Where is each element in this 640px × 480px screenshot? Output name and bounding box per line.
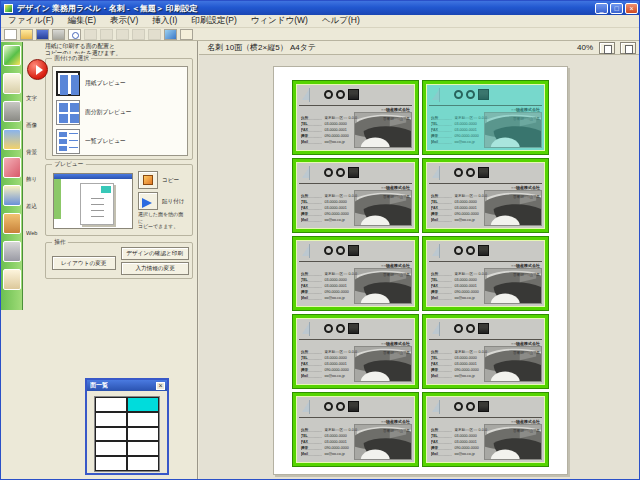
copy-icon — [100, 29, 113, 40]
preview-thumbnail — [53, 173, 133, 229]
card-face: ○○物産株式会社 営業部 ○山 ○男 住所東京都○○区○○ 0-0-0 TEL0… — [296, 240, 415, 307]
company-logo — [454, 245, 489, 256]
ring-icon — [324, 168, 333, 177]
company-name: ○○物産株式会社 — [510, 264, 540, 268]
close-button[interactable]: × — [625, 3, 638, 14]
menu-item-5[interactable]: 印刷設定(P) — [184, 15, 243, 27]
actions-group: 操作 レイアウトの変更 デザインの確認と印刷 入力情報の変更 — [45, 242, 193, 279]
rail-menu-item-4[interactable]: 飾り — [26, 177, 50, 183]
face-grid-cell-selected[interactable] — [127, 397, 159, 412]
background-tile-icon[interactable] — [3, 241, 21, 262]
face-grid[interactable] — [94, 396, 160, 472]
face-list-titlebar[interactable]: 面一覧 × — [87, 380, 167, 391]
rail-menu-item-3[interactable]: 背景 — [26, 150, 50, 156]
menu-item-6[interactable]: ウィンドウ(W) — [244, 15, 315, 27]
rail-menu-item-6[interactable]: Web — [26, 231, 50, 237]
business-card[interactable]: ○○物産株式会社 営業部 ○山 ○男 住所東京都○○区○○ 0-0-0 TEL0… — [292, 158, 419, 233]
insert-frame-icon[interactable] — [164, 29, 177, 40]
menu-item-2[interactable]: 編集(E) — [61, 15, 103, 27]
card-face: ○○物産株式会社 営業部 ○山 ○男 住所東京都○○区○○ 0-0-0 TEL0… — [426, 240, 545, 307]
layout-option-label: 面分割プレビュー — [85, 108, 132, 116]
company-name: ○○物産株式会社 — [510, 420, 540, 424]
menu-bar: ファイル(F)編集(E)表示(V)挿入(I)印刷設定(P)ウィンドウ(W)ヘルプ… — [1, 15, 640, 28]
parts-tile-icon[interactable] — [3, 157, 21, 178]
face-list-window[interactable]: 面一覧 × — [85, 378, 169, 475]
emblem-icon — [348, 401, 359, 412]
contact-info: 住所東京都○○区○○ 0-0-0 TEL03-0000-0000 FAX03-0… — [431, 429, 545, 459]
menu-item-7[interactable]: ヘルプ(H) — [315, 15, 367, 27]
title-bar[interactable]: デザイン 業務用ラベル・名刺 - ＜無題＞ 印刷設定 _ □ × — [1, 1, 640, 15]
save-icon[interactable] — [36, 29, 49, 40]
start-button[interactable] — [27, 59, 48, 80]
text-tile-icon[interactable] — [3, 185, 21, 206]
ring-icon — [324, 402, 333, 411]
company-logo — [454, 167, 489, 178]
folder-tile-icon[interactable] — [3, 129, 21, 150]
print-icon[interactable] — [52, 29, 65, 40]
business-card[interactable]: ○○物産株式会社 営業部 ○山 ○男 住所東京都○○区○○ 0-0-0 TEL0… — [422, 392, 549, 467]
layout-option-1[interactable]: 用紙プレビュー — [56, 69, 184, 97]
rail-menu-item-1[interactable]: 文字 — [26, 96, 50, 102]
face-grid-cell[interactable] — [95, 456, 127, 471]
ring-icon — [466, 168, 475, 177]
sail-icon — [302, 244, 310, 256]
business-card-selected[interactable]: ○○物産株式会社 営業部 ○山 ○男 住所東京都○○区○○ 0-0-0 TEL0… — [422, 80, 549, 155]
face-list-title: 面一覧 — [90, 381, 140, 389]
paste-label: 貼り付け — [162, 197, 185, 205]
card-face: ○○物産株式会社 営業部 ○山 ○男 住所東京都○○区○○ 0-0-0 TEL0… — [296, 162, 415, 229]
contact-info: 住所東京都○○区○○ 0-0-0 TEL03-0000-0000 FAX03-0… — [431, 273, 545, 303]
layout-option-2[interactable]: 面分割プレビュー — [56, 98, 184, 126]
copy-face-button[interactable] — [138, 171, 158, 189]
app-logo-tile-icon[interactable] — [3, 45, 21, 66]
selection-tint — [427, 85, 544, 150]
print-preview-icon[interactable] — [68, 29, 81, 40]
sheet-label: 名刺 10面（横2×縦5） A4タテ — [207, 42, 577, 53]
layout-option-3[interactable]: 一覧プレビュー — [56, 127, 184, 155]
business-card[interactable]: ○○物産株式会社 営業部 ○山 ○男 住所東京都○○区○○ 0-0-0 TEL0… — [422, 314, 549, 389]
printer-tile-icon[interactable] — [3, 101, 21, 122]
face-grid-cell[interactable] — [95, 427, 127, 442]
business-card[interactable]: ○○物産株式会社 営業部 ○山 ○男 住所東京都○○区○○ 0-0-0 TEL0… — [292, 236, 419, 311]
help-icon[interactable] — [180, 29, 193, 40]
business-card[interactable]: ○○物産株式会社 営業部 ○山 ○男 住所東京都○○区○○ 0-0-0 TEL0… — [292, 80, 419, 155]
undo-icon — [132, 29, 145, 40]
company-name: ○○物産株式会社 — [380, 342, 410, 346]
memo-tile-icon[interactable] — [3, 269, 21, 290]
face-list-close-button[interactable]: × — [156, 382, 165, 390]
input-edit-button[interactable]: 入力情報の変更 — [121, 262, 189, 275]
sail-icon — [432, 400, 440, 412]
face-grid-cell[interactable] — [95, 412, 127, 427]
rail-menu-item-5[interactable]: 差込 — [26, 204, 50, 210]
face-grid-cell[interactable] — [127, 412, 159, 427]
zoom-page-button[interactable] — [620, 42, 636, 54]
rail-menu-item-2[interactable]: 画像 — [26, 123, 50, 129]
business-card[interactable]: ○○物産株式会社 営業部 ○山 ○男 住所東京都○○区○○ 0-0-0 TEL0… — [292, 392, 419, 467]
emblem-icon — [478, 167, 489, 178]
layout-change-button[interactable]: レイアウトの変更 — [52, 256, 116, 270]
face-grid-cell[interactable] — [95, 397, 127, 412]
face-grid-cell[interactable] — [95, 441, 127, 456]
business-card[interactable]: ○○物産株式会社 営業部 ○山 ○男 住所東京都○○区○○ 0-0-0 TEL0… — [422, 158, 549, 233]
menu-item-1[interactable]: ファイル(F) — [1, 15, 61, 27]
face-grid-cell[interactable] — [127, 441, 159, 456]
paste-face-button[interactable] — [138, 192, 158, 210]
business-card[interactable]: ○○物産株式会社 営業部 ○山 ○男 住所東京都○○区○○ 0-0-0 TEL0… — [422, 236, 549, 311]
business-card[interactable]: ○○物産株式会社 営業部 ○山 ○男 住所東京都○○区○○ 0-0-0 TEL0… — [292, 314, 419, 389]
open-icon[interactable] — [20, 29, 33, 40]
minimize-button[interactable]: _ — [595, 3, 608, 14]
menu-item-3[interactable]: 表示(V) — [103, 15, 145, 27]
maximize-button[interactable]: □ — [610, 3, 623, 14]
paper-tile-icon[interactable] — [3, 73, 21, 94]
design-print-button[interactable]: デザインの確認と印刷 — [121, 247, 189, 260]
new-icon[interactable] — [4, 29, 17, 40]
menu-item-4[interactable]: 挿入(I) — [145, 15, 184, 27]
face-grid-cell[interactable] — [127, 456, 159, 471]
zoom-fit-button[interactable] — [599, 42, 615, 54]
sail-icon — [432, 244, 440, 256]
image-tile-icon[interactable] — [3, 213, 21, 234]
face-grid-cell[interactable] — [127, 427, 159, 442]
layout-option-list[interactable]: 用紙プレビュー面分割プレビュー一覧プレビュー — [52, 66, 188, 156]
contact-info: 住所東京都○○区○○ 0-0-0 TEL03-0000-0000 FAX03-0… — [301, 429, 415, 459]
preview-note: 選択した面を他の面に コピーできます。 — [138, 212, 188, 230]
canvas[interactable]: ○○物産株式会社 営業部 ○山 ○男 住所東京都○○区○○ 0-0-0 TEL0… — [199, 55, 640, 480]
